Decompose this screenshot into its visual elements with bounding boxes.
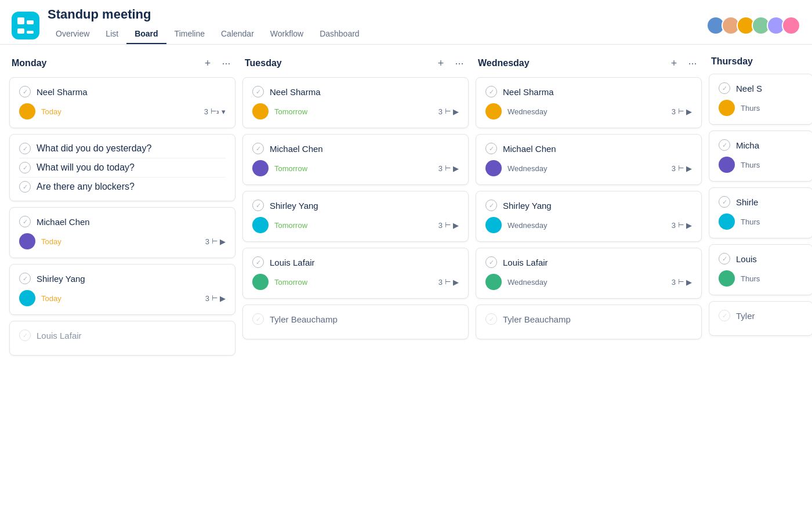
check-icon[interactable]: ✓ xyxy=(19,181,31,193)
check-icon[interactable]: ✓ xyxy=(19,216,31,227)
header-title-area: Standup meeting Overview List Board Time… xyxy=(48,7,706,44)
nav-workflow[interactable]: Workflow xyxy=(262,24,311,44)
avatar xyxy=(485,274,502,290)
nav-list[interactable]: List xyxy=(97,24,126,44)
card-meta: 3 ⊢ ▶ xyxy=(438,107,459,116)
nav-dashboard[interactable]: Dashboard xyxy=(311,24,368,44)
column-wednesday-actions: + ··· xyxy=(667,56,699,70)
check-icon[interactable]: ✓ xyxy=(485,313,497,325)
avatar xyxy=(252,103,269,119)
avatar xyxy=(19,233,35,249)
due-date: Tomorrow xyxy=(274,164,307,173)
card-neel-monday[interactable]: ✓ Neel Sharma Today 3 ⊢₃ ▾ xyxy=(9,77,235,128)
check-icon[interactable]: ✓ xyxy=(252,86,264,97)
card-meta: 3 ⊢ ▶ xyxy=(672,278,692,287)
card-shirley-thursday[interactable]: ✓ Shirle Thurs xyxy=(709,187,812,238)
due-date: Today xyxy=(41,237,61,246)
subtask-item[interactable]: ✓ Are there any blockers? xyxy=(19,178,226,193)
check-icon[interactable]: ✓ xyxy=(485,256,497,268)
card-louis-wednesday[interactable]: ✓ Louis Lafair Wednesday 3 ⊢ ▶ xyxy=(476,248,702,299)
card-person-name: Neel S xyxy=(736,84,762,93)
check-icon[interactable]: ✓ xyxy=(19,143,31,154)
due-date: Wednesday xyxy=(507,221,547,230)
check-icon[interactable]: ✓ xyxy=(719,253,730,265)
member-avatars[interactable] xyxy=(706,16,800,35)
check-icon[interactable]: ✓ xyxy=(252,143,264,154)
card-person-name: Louis Lafair xyxy=(270,258,315,267)
check-icon[interactable]: ✓ xyxy=(252,313,264,325)
column-monday-header: Monday + ··· xyxy=(9,56,235,70)
subtask-icon: ⊢ xyxy=(445,164,451,172)
column-wednesday-title: Wednesday xyxy=(478,58,530,68)
card-neel-wednesday[interactable]: ✓ Neel Sharma Wednesday 3 ⊢ ▶ xyxy=(476,77,702,128)
check-icon[interactable]: ✓ xyxy=(19,273,31,284)
card-louis-monday[interactable]: ✓ Louis Lafair xyxy=(9,321,235,356)
check-icon[interactable]: ✓ xyxy=(485,86,497,97)
card-louis-tuesday[interactable]: ✓ Louis Lafair Tomorrow 3 ⊢ ▶ xyxy=(242,248,469,299)
avatar xyxy=(485,217,502,233)
card-michael-wednesday[interactable]: ✓ Michael Chen Wednesday 3 ⊢ ▶ xyxy=(476,134,702,185)
board: Monday + ··· ✓ Neel Sharma Today 3 ⊢₃ ▾ xyxy=(0,45,812,505)
card-tyler-tuesday[interactable]: ✓ Tyler Beauchamp xyxy=(242,305,469,339)
check-icon[interactable]: ✓ xyxy=(19,86,31,97)
nav-timeline[interactable]: Timeline xyxy=(166,24,213,44)
card-meta: 3 ⊢ ▶ xyxy=(205,294,226,303)
column-tuesday-actions: + ··· xyxy=(434,56,466,70)
nav-overview[interactable]: Overview xyxy=(48,24,97,44)
card-shirley-monday[interactable]: ✓ Shirley Yang Today 3 ⊢ ▶ xyxy=(9,264,235,315)
avatar xyxy=(485,103,502,119)
column-wednesday-more[interactable]: ··· xyxy=(686,56,699,70)
card-neel-thursday[interactable]: ✓ Neel S Thurs xyxy=(709,74,812,125)
column-monday-actions: + ··· xyxy=(201,56,233,70)
app-logo xyxy=(12,12,39,39)
card-louis-thursday[interactable]: ✓ Louis Thurs xyxy=(709,244,812,295)
due-date: Tomorrow xyxy=(274,107,307,116)
check-icon[interactable]: ✓ xyxy=(19,329,31,341)
due-date: Today xyxy=(41,294,61,303)
due-date: Tomorrow xyxy=(274,221,307,230)
column-tuesday-add[interactable]: + xyxy=(434,56,448,70)
subtask-item[interactable]: ✓ What did you do yesterday? xyxy=(19,143,226,158)
nav-calendar[interactable]: Calendar xyxy=(213,24,262,44)
column-wednesday-add[interactable]: + xyxy=(667,56,681,70)
column-monday-more[interactable]: ··· xyxy=(219,56,233,70)
subtask-icon: ⊢ xyxy=(678,278,684,286)
card-michael-thursday[interactable]: ✓ Micha Thurs xyxy=(709,131,812,182)
card-neel-tuesday[interactable]: ✓ Neel Sharma Tomorrow 3 ⊢ ▶ xyxy=(242,77,469,128)
check-icon[interactable]: ✓ xyxy=(485,143,497,154)
check-icon[interactable]: ✓ xyxy=(719,196,730,208)
card-meta: 3 ⊢ ▶ xyxy=(438,221,459,230)
card-person-name: Neel Sharma xyxy=(270,87,321,97)
subtask-card-monday: ✓ What did you do yesterday? ✓ What will… xyxy=(9,134,235,201)
subtask-icon: ⊢ xyxy=(445,278,451,286)
card-tyler-thursday[interactable]: ✓ Tyler xyxy=(709,301,812,336)
subtask-icon: ⊢ xyxy=(212,294,217,302)
avatar[interactable] xyxy=(782,16,800,35)
column-tuesday-header: Tuesday + ··· xyxy=(242,56,469,70)
column-wednesday: Wednesday + ··· ✓ Neel Sharma Wednesday … xyxy=(476,56,702,493)
column-monday-add[interactable]: + xyxy=(201,56,215,70)
check-icon[interactable]: ✓ xyxy=(719,82,730,94)
check-icon[interactable]: ✓ xyxy=(719,310,730,321)
due-date: Today xyxy=(41,107,61,116)
card-shirley-tuesday[interactable]: ✓ Shirley Yang Tomorrow 3 ⊢ ▶ xyxy=(242,191,469,242)
card-shirley-wednesday[interactable]: ✓ Shirley Yang Wednesday 3 ⊢ ▶ xyxy=(476,191,702,242)
avatar xyxy=(252,160,269,176)
card-meta: 3 ⊢ ▶ xyxy=(438,278,459,287)
check-icon[interactable]: ✓ xyxy=(252,256,264,268)
check-icon[interactable]: ✓ xyxy=(485,200,497,211)
check-icon[interactable]: ✓ xyxy=(719,139,730,151)
subtask-label: Are there any blockers? xyxy=(37,182,135,192)
check-icon[interactable]: ✓ xyxy=(252,200,264,211)
check-icon[interactable]: ✓ xyxy=(19,162,31,173)
subtask-icon: ⊢₃ xyxy=(211,107,219,115)
column-tuesday-title: Tuesday xyxy=(245,58,282,68)
nav-board[interactable]: Board xyxy=(126,24,166,44)
subtask-item[interactable]: ✓ What will you do today? xyxy=(19,158,226,178)
card-person-name: Shirley Yang xyxy=(37,274,85,284)
card-michael-monday[interactable]: ✓ Michael Chen Today 3 ⊢ ▶ xyxy=(9,207,235,258)
avatar xyxy=(19,290,35,306)
card-michael-tuesday[interactable]: ✓ Michael Chen Tomorrow 3 ⊢ ▶ xyxy=(242,134,469,185)
column-tuesday-more[interactable]: ··· xyxy=(452,56,466,70)
card-tyler-wednesday[interactable]: ✓ Tyler Beauchamp xyxy=(476,305,702,339)
